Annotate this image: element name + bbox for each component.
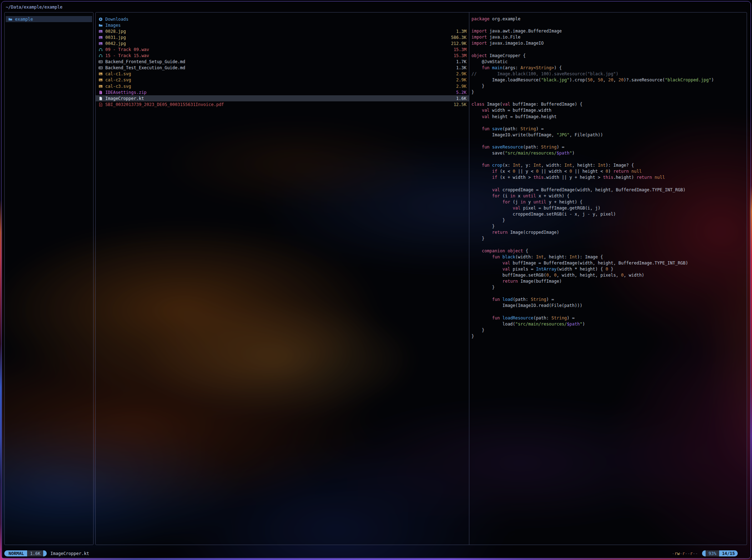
file-size: 5.2K — [456, 90, 466, 95]
code-line: @JvmStatic — [471, 59, 747, 65]
file-size: 12.5K — [454, 102, 466, 107]
file-name: cal-c2.svg — [105, 77, 131, 82]
file-size: 2.9K — [456, 71, 466, 76]
cursor-position: 14/15 — [719, 550, 738, 556]
code-line — [471, 291, 747, 297]
image-icon — [99, 84, 104, 89]
file-size: 586.3K — [451, 35, 466, 40]
code-line: fun main(args: Array<String>) { — [471, 65, 747, 71]
file-name: Downloads — [105, 17, 128, 22]
code-line: import java.awt.image.BufferedImage — [471, 28, 747, 34]
file-row[interactable]: IDEAsettings.zip5.2K — [96, 89, 469, 95]
file-row[interactable]: cal-c3.svg2.9K — [96, 83, 469, 89]
code-line: Image.loadResource("black.jpg").crop(50,… — [471, 77, 747, 83]
folder-icon — [8, 17, 14, 21]
status-right-group: -rw-r--r-- 93% 14/15 — [672, 550, 738, 556]
file-name: Backend_Test_Execution_Guide.md — [105, 65, 185, 70]
code-line: val height = buffImage.height — [471, 114, 747, 120]
file-row[interactable]: Backend_Frontend_Setup_Guide.md1.7K — [96, 59, 469, 65]
folder-icon — [99, 23, 104, 27]
file-permissions: -rw-r--r-- — [672, 551, 698, 556]
file-size: 15.3M — [454, 47, 466, 52]
file-name: cal-c3.svg — [105, 84, 131, 89]
code-line: Image(ImageIO.read(File(path))) — [471, 303, 747, 309]
code-line — [471, 95, 747, 101]
code-line: save("src/main/resources/$path") — [471, 150, 747, 156]
file-row[interactable]: 0028.jpg1.3M — [96, 28, 469, 34]
code-line: } — [471, 83, 747, 89]
code-line: fun black(width: Int, height: Int): Imag… — [471, 254, 747, 260]
code-line: if (x + width > this.width || y + height… — [471, 175, 747, 181]
code-line: buffImage.setRGB(0, 0, width, height, pi… — [471, 272, 747, 278]
markdown-icon — [99, 60, 104, 64]
zip-icon — [99, 90, 104, 95]
audio-icon — [99, 47, 104, 52]
file-name: 0028.jpg — [105, 29, 126, 34]
file-row[interactable]: 09 - Track 09.wav15.3M — [96, 46, 469, 52]
file-row[interactable]: Images — [96, 22, 469, 28]
file-size: 1.7K — [456, 59, 466, 64]
code-line — [471, 309, 747, 315]
file-row[interactable]: ImageCropper.kt1.6K — [96, 95, 469, 101]
image-icon — [99, 78, 104, 82]
selected-file-name: ImageCropper.kt — [50, 551, 89, 556]
image-icon — [99, 35, 104, 40]
code-line: } — [471, 223, 747, 229]
code-line — [471, 46, 747, 52]
parent-directory-pane: example — [4, 12, 94, 545]
markdown-icon — [99, 66, 104, 70]
file-name: 15 - Track 15.wav — [105, 53, 149, 58]
status-bar: NORMAL 1.6K ImageCropper.kt -rw-r--r-- 9… — [4, 550, 747, 557]
file-name: IDEAsettings.zip — [105, 90, 147, 95]
code-line: return Image(buffImage) — [471, 278, 747, 284]
current-path: ~/Data/example/example — [6, 4, 62, 11]
code-line: // Image.black(100, 100).saveResource("b… — [471, 71, 747, 77]
file-row[interactable]: cal-c1.svg2.9K — [96, 71, 469, 77]
file-size: 15.3M — [454, 53, 466, 58]
code-line: if (x < 0 || y < 0 || width < 0 || heigh… — [471, 168, 747, 175]
file-size: 1.6K — [456, 96, 466, 101]
code-line: for (j in y until y + height) { — [471, 199, 747, 205]
file-row[interactable]: Downloads — [96, 16, 469, 22]
file-name: ImageCropper.kt — [105, 96, 144, 101]
download-icon — [99, 17, 104, 21]
scroll-percent: 93% — [706, 550, 719, 556]
file-name: Images — [105, 23, 121, 28]
code-line — [471, 120, 747, 126]
code-line — [471, 242, 747, 248]
code-line — [471, 156, 747, 162]
yazi-terminal-window: ~/Data/example/example example Downloads… — [1, 1, 751, 559]
code-line: } — [471, 327, 747, 333]
file-row[interactable]: 0042.jpg212.9K — [96, 40, 469, 46]
file-name: 0031.jpg — [105, 35, 126, 40]
code-line: import java.io.File — [471, 34, 747, 40]
code-line: fun loadResource(path: String) = — [471, 315, 747, 321]
file-row[interactable]: 0031.jpg586.3K — [96, 34, 469, 40]
file-row[interactable]: cal-c2.svg2.9K — [96, 77, 469, 83]
code-line: } — [471, 333, 747, 339]
code-line: } — [471, 217, 747, 223]
file-name: 0042.jpg — [105, 41, 126, 46]
code-line: } — [471, 89, 747, 95]
image-icon — [99, 29, 104, 34]
file-name: Backend_Frontend_Setup_Guide.md — [105, 59, 185, 64]
code-line: croppedImage.setRGB(i - x, j - y, pixel) — [471, 211, 747, 217]
file-row[interactable]: 15 - Track 15.wav15.3M — [96, 53, 469, 59]
status-left-group: NORMAL 1.6K ImageCropper.kt — [4, 550, 89, 556]
parent-dir-row[interactable]: example — [6, 16, 92, 22]
code-line: ImageIO.write(buffImage, "JPG", File(pat… — [471, 132, 747, 138]
code-line: fun crop(x: Int, y: Int, width: Int, hei… — [471, 162, 747, 168]
file-list: DownloadsImages0028.jpg1.3M0031.jpg586.3… — [96, 16, 469, 545]
code-line: } — [471, 284, 747, 291]
powerline-cap-icon — [43, 550, 47, 556]
code-line: val buffImage = BufferedImage(width, hei… — [471, 260, 747, 266]
code-line: } — [471, 236, 747, 242]
panes-container: example DownloadsImages0028.jpg1.3M0031.… — [4, 12, 747, 545]
file-name: cal-c1.svg — [105, 71, 131, 76]
file-row[interactable]: Backend_Test_Execution_Guide.md1.3K — [96, 65, 469, 71]
code-line: object ImageCropper { — [471, 53, 747, 59]
file-icon — [99, 96, 104, 101]
code-line — [471, 181, 747, 187]
preview-pane: package org.example import java.awt.imag… — [469, 16, 747, 545]
file-row[interactable]: SBI_0032013739_2023_DE05_0003155631Invoi… — [96, 101, 469, 107]
